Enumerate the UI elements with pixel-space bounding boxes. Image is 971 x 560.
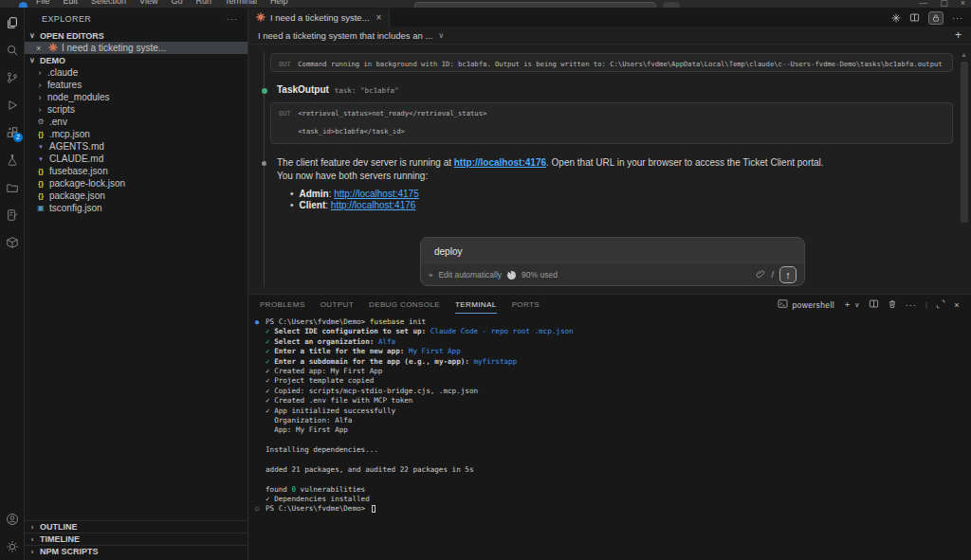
window-control-icon[interactable]: ▢: [940, 0, 948, 8]
menu-go[interactable]: Go: [171, 0, 182, 6]
section-timeline[interactable]: ›TIMELINE: [25, 533, 247, 545]
layout-toggle-button[interactable]: [663, 2, 680, 9]
menu-run[interactable]: Run: [195, 0, 211, 6]
command-decoration-icon[interactable]: ●: [248, 317, 266, 327]
activity-extensions-icon[interactable]: 2: [0, 118, 25, 146]
new-session-button[interactable]: +: [955, 28, 962, 42]
client-link[interactable]: http://localhost:4176: [331, 200, 416, 210]
message-bullet-icon: [262, 161, 266, 166]
split-terminal-icon[interactable]: [869, 298, 879, 311]
assistant-message: The client feature dev server is running…: [277, 156, 941, 182]
panel-tab-problems[interactable]: PROBLEMS: [260, 297, 305, 313]
split-editor-icon[interactable]: [909, 9, 920, 27]
terminal-gutter: [248, 455, 266, 464]
send-button[interactable]: ↑: [779, 266, 797, 283]
vscode-logo: [19, 2, 27, 9]
terminal[interactable]: ●PS C:\Users\fvdme\Demo> fusebase init✓ …: [248, 317, 950, 515]
activity-search-icon[interactable]: [0, 36, 25, 63]
tree-item-features[interactable]: ›features: [25, 79, 247, 91]
shell-selector[interactable]: powershell: [778, 298, 834, 311]
explorer-more-actions-icon[interactable]: ···: [227, 14, 238, 24]
composer-input[interactable]: deploy: [434, 246, 462, 257]
menu-file[interactable]: File: [36, 0, 50, 6]
markdown-icon: ▼: [36, 144, 46, 150]
terminal-line: ✓ Copied: scripts/mcp-stdio-bridge.cjs, …: [248, 387, 950, 396]
tree-item--mcp-json[interactable]: {}.mcp.json: [25, 128, 247, 140]
menu-edit[interactable]: Edit: [64, 0, 79, 6]
window-control-icon[interactable]: ×: [961, 0, 965, 8]
tree-item-package-json[interactable]: {}package.json: [25, 190, 247, 202]
open-editors-section[interactable]: ∨ OPEN EDITORS: [25, 29, 247, 42]
tree-item-agents-md[interactable]: ▼AGENTS.md: [25, 140, 247, 153]
admin-link[interactable]: http://localhost:4175: [334, 189, 419, 199]
folder-root-section[interactable]: ∨ DEMO: [25, 54, 247, 66]
section-outline[interactable]: ›OUTLINE: [25, 520, 247, 533]
menu-terminal[interactable]: Terminal: [225, 0, 257, 6]
lock-icon[interactable]: [928, 11, 944, 25]
terminal-line: ✓ Select an organization: Alfa: [248, 337, 950, 347]
localhost-4176-link[interactable]: http://localhost:4176: [454, 157, 546, 168]
panel-tab-terminal[interactable]: TERMINAL: [455, 297, 497, 314]
kill-terminal-icon[interactable]: [888, 299, 897, 311]
new-terminal-button[interactable]: ＋ ∨: [843, 298, 860, 311]
editor-tab[interactable]: I need a ticketing syste... ×: [248, 9, 390, 27]
chat-transcript: ▲ OUTCommand running in background with …: [248, 45, 971, 302]
window-control-icon[interactable]: —: [919, 0, 927, 8]
tree-item--env[interactable]: ⚙.env: [25, 116, 247, 128]
menu-help[interactable]: Help: [270, 0, 288, 6]
section-npm-scripts[interactable]: ›NPM SCRIPTS: [25, 545, 247, 557]
divider: |: [925, 300, 927, 309]
terminal-gutter: [248, 387, 266, 396]
terminal-cursor: [372, 505, 376, 513]
activity-account-icon[interactable]: [0, 505, 25, 533]
panel-more-actions-icon[interactable]: ···: [906, 300, 917, 310]
title-bar: FileEditSelectionViewGoRunTerminalHelp —…: [0, 0, 971, 9]
menu-selection[interactable]: Selection: [91, 0, 126, 6]
activity-settings-icon[interactable]: [0, 533, 25, 560]
explorer-sidebar: EXPLORER ··· ∨ OPEN EDITORS ×I need a ti…: [25, 9, 248, 560]
panel-tab-output[interactable]: OUTPUT: [321, 297, 354, 313]
close-icon[interactable]: ×: [36, 44, 45, 53]
activity-explorer-icon[interactable]: [0, 9, 25, 36]
maximize-panel-icon[interactable]: [936, 299, 945, 311]
tree-item--claude[interactable]: ›.claude: [25, 66, 247, 79]
command-decoration-icon[interactable]: ○: [248, 504, 266, 514]
attach-paperclip-icon[interactable]: [756, 269, 765, 280]
chat-composer[interactable]: deploy » Edit automatically 90% used / ↑: [420, 237, 805, 286]
panel-tab-ports[interactable]: PORTS: [512, 297, 540, 313]
edit-mode-selector[interactable]: Edit automatically: [438, 270, 502, 280]
tool-output-block: OUT<retrieval_status>not_ready</retrieva…: [270, 102, 953, 144]
tree-item-node-modules[interactable]: ›node_modules: [25, 91, 247, 103]
activity-testing-icon[interactable]: [0, 146, 25, 173]
close-panel-icon[interactable]: ×: [954, 300, 960, 310]
terminal-gutter: [248, 367, 266, 376]
slash-command-icon[interactable]: /: [771, 270, 774, 280]
tree-item-fusebase-json[interactable]: {}fusebase.json: [25, 165, 247, 177]
claude-icon[interactable]: [891, 9, 901, 27]
activity-source-control-icon[interactable]: [0, 63, 25, 91]
menu-view[interactable]: View: [139, 0, 157, 6]
session-selector[interactable]: I need a ticketing system that includes …: [248, 27, 971, 45]
open-editor-item[interactable]: ×I need a ticketing syste...: [25, 42, 247, 54]
tree-item-claude-md[interactable]: ▼CLAUDE.md: [25, 153, 247, 165]
tab-close-icon[interactable]: ×: [376, 12, 382, 23]
chat-scrollbar[interactable]: [961, 62, 968, 223]
bottom-panel: PROBLEMSOUTPUTDEBUG CONSOLETERMINALPORTS…: [248, 294, 971, 560]
command-center-search[interactable]: [414, 2, 656, 9]
activity-remote-explorer-icon[interactable]: [0, 173, 25, 201]
tree-item-package-lock-json[interactable]: {}package-lock.json: [25, 177, 247, 190]
panel-tab-debug-console[interactable]: DEBUG CONSOLE: [369, 297, 440, 313]
activity-run-debug-icon[interactable]: [0, 91, 25, 118]
activity-notebook-icon[interactable]: [0, 201, 25, 228]
terminal-line: ✓ App initialized successfully: [248, 406, 950, 416]
terminal-line: ✓ Created .env file with MCP token: [248, 396, 950, 406]
terminal-gutter: [248, 445, 266, 455]
terminal-gutter: [248, 465, 266, 475]
tree-item-label: fusebase.json: [49, 166, 108, 176]
tree-item-scripts[interactable]: ›scripts: [25, 103, 247, 116]
activity-package-icon[interactable]: [0, 228, 25, 256]
tree-item-tsconfig-json[interactable]: ▣tsconfig.json: [25, 202, 247, 214]
tool-output-text: <task_id>bc1abfa</task_id>: [298, 127, 405, 135]
tree-item-label: tsconfig.json: [49, 203, 102, 213]
editor-more-actions-icon[interactable]: ···: [952, 13, 963, 23]
